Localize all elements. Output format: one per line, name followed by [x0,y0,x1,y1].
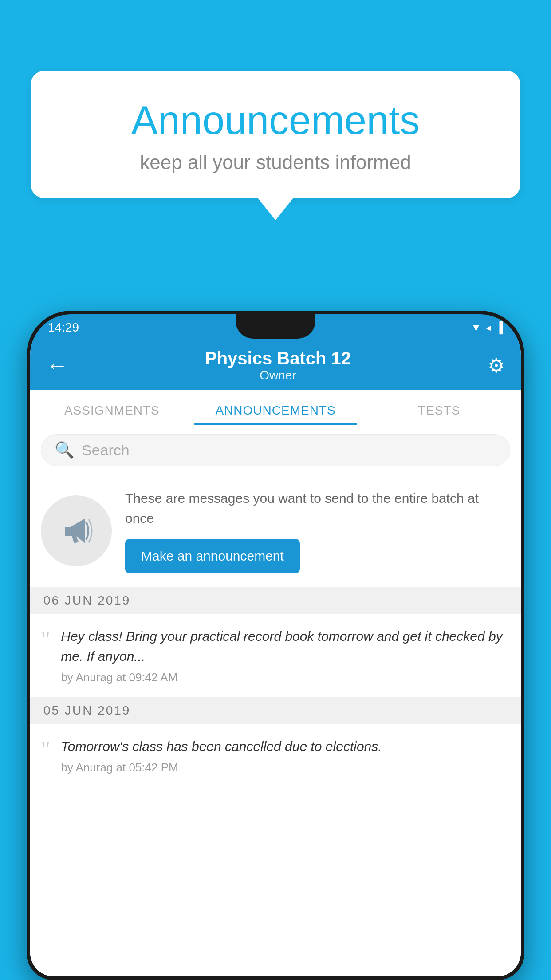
app-bar: ← Physics Batch 12 Owner ⚙ [30,341,521,390]
announcement-author-2: by Anurag at 05:42 PM [61,761,510,775]
promo-content: These are messages you want to send to t… [125,488,510,573]
wifi-icon: ▼ [471,321,481,334]
search-placeholder: Search [82,442,130,459]
announcement-text-2: Tomorrow's class has been cancelled due … [61,736,510,775]
search-bar[interactable]: 🔍 Search [41,434,510,466]
announcements-title: Announcements [58,98,493,143]
announcement-promo: These are messages you want to send to t… [30,475,521,587]
make-announcement-button[interactable]: Make an announcement [125,539,300,573]
tab-announcements[interactable]: ANNOUNCEMENTS [194,403,358,425]
phone-frame: 14:29 ▼ ◂ ▐ ← Physics Batch 12 Owner ⚙ A… [27,311,524,980]
app-content: 🔍 Search These are messages you want to … [30,425,521,976]
date-separator-1: 06 JUN 2019 [30,587,521,614]
announcement-author-1: by Anurag at 09:42 AM [61,671,510,684]
status-time: 14:29 [48,320,79,335]
battery-icon: ▐ [496,321,503,334]
promo-description: These are messages you want to send to t… [125,488,510,528]
date-separator-2: 05 JUN 2019 [30,697,521,724]
announcement-item-1: " Hey class! Bring your practical record… [30,614,521,697]
status-icons: ▼ ◂ ▐ [471,321,503,334]
tab-assignments[interactable]: ASSIGNMENTS [30,403,194,425]
promo-icon-circle [41,495,112,566]
back-button[interactable]: ← [46,352,68,378]
tab-tests[interactable]: TESTS [357,403,521,425]
announcement-message-2: Tomorrow's class has been cancelled due … [61,736,510,756]
signal-icon: ◂ [486,321,491,334]
batch-subtitle: Owner [68,368,488,383]
speech-bubble: Announcements keep all your students inf… [31,71,520,198]
speech-bubble-tail [258,198,293,220]
quote-icon-1: " [41,628,50,684]
announcements-subtitle: keep all your students informed [58,151,493,174]
phone-inner: 14:29 ▼ ◂ ▐ ← Physics Batch 12 Owner ⚙ A… [30,314,521,976]
megaphone-icon [59,513,94,549]
quote-icon-2: " [41,738,50,775]
search-icon: 🔍 [55,441,75,459]
speech-bubble-container: Announcements keep all your students inf… [31,71,520,220]
announcement-text-1: Hey class! Bring your practical record b… [61,626,510,684]
announcement-item-2: " Tomorrow's class has been cancelled du… [30,724,521,787]
notch [236,314,315,339]
batch-title: Physics Batch 12 [68,348,488,368]
phone-screen: ← Physics Batch 12 Owner ⚙ ASSIGNMENTS A… [30,341,521,976]
settings-icon[interactable]: ⚙ [488,354,505,377]
status-bar: 14:29 ▼ ◂ ▐ [30,314,521,341]
tab-bar: ASSIGNMENTS ANNOUNCEMENTS TESTS [30,390,521,425]
app-bar-title: Physics Batch 12 Owner [68,348,488,383]
announcement-message-1: Hey class! Bring your practical record b… [61,626,510,666]
